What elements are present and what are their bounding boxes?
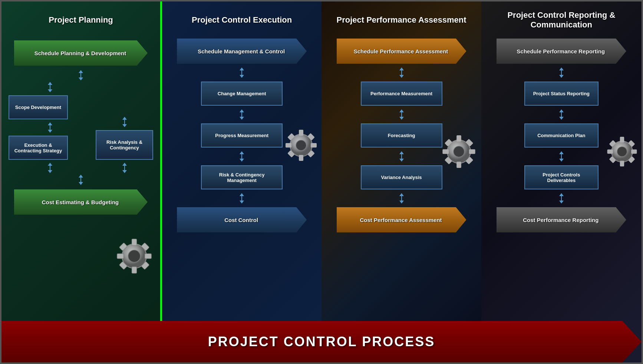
col3-bottom-arrow-label: Cost Performance Assessment — [358, 217, 445, 223]
col2-gear-icon — [283, 127, 320, 164]
svg-rect-33 — [620, 161, 624, 166]
col1-connector-bottom — [79, 175, 83, 185]
col1-cost-estimating-arrow: Cost Estimating & Budgeting — [14, 189, 148, 215]
col1-connector-left-bottom — [9, 163, 91, 173]
col1-arrow-down-bot — [79, 182, 83, 185]
col1-line-rb — [124, 166, 125, 170]
col4-bottom-arrow-label: Cost Performance Reporting — [521, 217, 601, 223]
bottom-banner: PROJECT CONTROL PROCESS — [1, 321, 642, 363]
col1-arrow-up-rb — [122, 163, 127, 166]
svg-rect-3 — [132, 267, 136, 274]
svg-rect-13 — [299, 155, 303, 161]
col3-connector-3 — [399, 151, 404, 162]
col4-connector-3 — [559, 151, 564, 162]
col4-schedule-performance-reporting-arrow: Schedule Performance Reporting — [497, 39, 626, 64]
main-container: Project Planning — [0, 0, 643, 364]
col2-cost-control-arrow: Cost Control — [177, 207, 307, 232]
col4-connector-4 — [559, 193, 564, 203]
svg-rect-2 — [132, 239, 136, 246]
col1-line-risk — [124, 120, 125, 124]
col1-project-planning: Project Planning — [1, 1, 162, 321]
col1-arrow-up-1 — [79, 70, 83, 73]
svg-point-31 — [617, 147, 627, 157]
svg-rect-35 — [631, 149, 637, 153]
col1-schedule-planning-arrow: Schedule Planning & Development — [14, 40, 148, 66]
col1-connector-scope — [9, 82, 91, 92]
svg-rect-14 — [286, 143, 291, 148]
col2-schedule-arrow: Schedule Management & Control — [177, 39, 307, 64]
col2-progress-box: Progress Measurement — [201, 123, 283, 148]
col2-title: Project Control Execution — [192, 7, 292, 33]
col1-arrow-up-scope — [48, 82, 52, 85]
col2-top-arrow-label: Schedule Management & Control — [196, 48, 288, 54]
col1-line-1 — [80, 73, 81, 77]
columns-area: Project Planning — [1, 1, 642, 321]
svg-point-1 — [128, 250, 141, 262]
col3-schedule-performance-arrow: Schedule Performance Assessment — [337, 39, 466, 64]
col1-gear-icon — [114, 236, 155, 277]
col1-top-arrow-label: Schedule Planning & Development — [33, 50, 129, 56]
col3-connector-4 — [399, 193, 404, 203]
svg-rect-32 — [620, 137, 624, 142]
svg-rect-23 — [456, 162, 461, 168]
col3-top-arrow-label: Schedule Performance Assessment — [352, 48, 451, 54]
col1-title: Project Planning — [49, 7, 113, 33]
col1-arrow-up-exec — [48, 122, 52, 125]
col3-connector-2 — [399, 109, 404, 120]
col1-arrow-down-rb — [122, 170, 127, 173]
svg-rect-34 — [607, 149, 613, 153]
col1-content: Schedule Planning & Development — [9, 40, 153, 215]
col4-project-control-reporting: Project Control Reporting & Communicatio… — [481, 1, 642, 321]
col4-connector-1 — [559, 67, 564, 78]
svg-rect-15 — [311, 143, 317, 148]
svg-point-21 — [453, 146, 464, 157]
col1-arrow-down-exec — [48, 130, 52, 133]
col1-scope-box: Scope Development — [9, 95, 68, 119]
col1-connector-risk-bottom — [96, 163, 153, 173]
col4-communication-plan-box: Communication Plan — [524, 123, 599, 148]
col1-connector-exec — [9, 122, 91, 133]
col3-connector-1 — [399, 67, 404, 78]
bottom-banner-text: PROJECT CONTROL PROCESS — [208, 334, 435, 350]
col4-connector-2 — [559, 109, 564, 120]
col2-risk-contingency-box: Risk & Contingency Management — [201, 165, 283, 189]
col4-cost-performance-reporting-arrow: Cost Performance Reporting — [497, 207, 626, 232]
svg-rect-22 — [456, 135, 461, 142]
col1-line-lb — [50, 166, 50, 170]
col1-arrow-up-bot — [79, 175, 83, 178]
col3-variance-analysis-box: Variance Analysis — [361, 165, 442, 189]
col1-arrow-down-lb — [48, 170, 52, 173]
col1-line-exec — [50, 125, 50, 130]
col1-risk-box: Risk Analysis & Contingency — [96, 130, 153, 160]
col1-line-bot — [80, 178, 81, 182]
col4-gear-icon — [604, 134, 640, 169]
col4-title: Project Control Reporting & Communicatio… — [489, 7, 634, 33]
col1-line-scope — [50, 85, 50, 89]
col3-cost-performance-assessment-arrow: Cost Performance Assessment — [337, 207, 466, 232]
col2-bottom-arrow-label: Cost Control — [222, 217, 261, 223]
svg-rect-25 — [469, 149, 475, 154]
col3-title: Project Performance Assessment — [336, 7, 466, 33]
col4-project-controls-deliverables-box: Project Controls Deliverables — [524, 165, 599, 189]
svg-rect-5 — [145, 254, 152, 258]
col1-arrow-down-risk — [122, 124, 127, 127]
col2-connector-4 — [240, 193, 244, 203]
col1-connector-risk-top — [96, 117, 153, 127]
col2-connector-2 — [240, 109, 244, 120]
svg-rect-24 — [442, 149, 449, 154]
col1-arrow-down-1 — [79, 77, 83, 80]
col2-connector-1 — [240, 67, 244, 78]
svg-rect-12 — [299, 130, 303, 136]
col3-project-performance-assessment: Project Performance Assessment — [322, 1, 481, 321]
col2-change-mgmt-box: Change Management — [201, 82, 283, 106]
col1-bottom-arrow-label: Cost Estimating & Budgeting — [40, 199, 122, 205]
svg-rect-4 — [117, 254, 124, 258]
col2-project-control-execution: Project Control Execution — [162, 1, 322, 321]
col2-connector-3 — [240, 151, 244, 162]
col3-forecasting-box: Forecasting — [361, 123, 442, 148]
col1-arrow-down-scope — [48, 89, 52, 92]
col1-arrow-up-risk — [122, 117, 127, 120]
col3-performance-measurement-box: Performance Measurement — [361, 82, 442, 106]
svg-point-11 — [296, 140, 306, 150]
col4-project-status-box: Project Status Reporting — [524, 82, 599, 106]
